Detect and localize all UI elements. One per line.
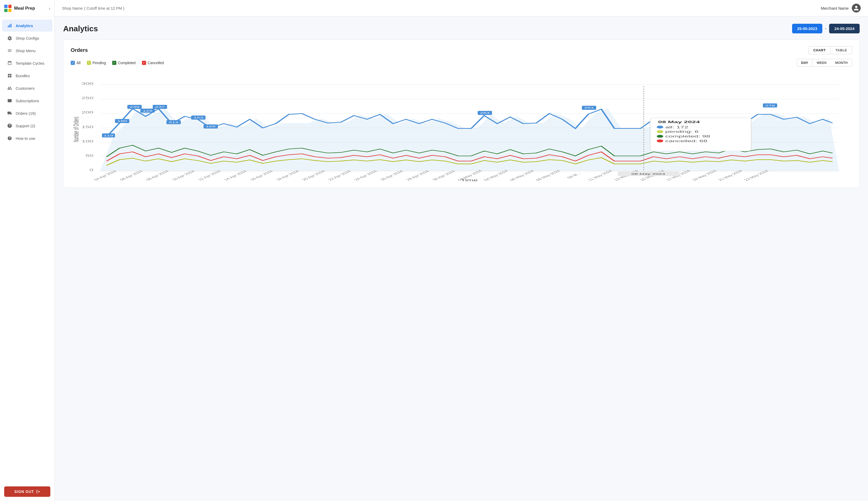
svg-text:06 Apr 2024: 06 Apr 2024 — [118, 170, 144, 181]
week-button[interactable]: WEEK — [813, 59, 831, 66]
date-separator: - — [825, 26, 826, 31]
shop-name-area: Shop Name ( Cutoff time at 12 PM ) — [62, 6, 125, 11]
signout-button[interactable]: SIGN OUT — [4, 487, 50, 497]
sidebar-label-analytics: Analytics — [15, 23, 33, 28]
table-view-button[interactable]: TABLE — [831, 46, 852, 54]
sidebar-label-support: Support (2) — [15, 124, 35, 128]
page-title: Analytics — [63, 24, 98, 33]
svg-text:12 Apr 2024: 12 Apr 2024 — [197, 170, 222, 181]
chart-view-button[interactable]: CHART — [808, 46, 831, 54]
svg-text:214: 214 — [169, 121, 179, 124]
svg-text:10 Apr 2024: 10 Apr 2024 — [171, 170, 196, 181]
logo-area: Meal Prep ‹ — [0, 0, 54, 17]
content-area: Analytics 25-05-2023 - 24-05-2024 Orders… — [55, 17, 868, 501]
sidebar-label-bundles: Bundles — [15, 74, 30, 78]
shop-menu-icon — [7, 48, 12, 53]
sidebar-item-subscriptions[interactable]: Subscriptions — [2, 95, 52, 107]
svg-text:pending:  6: pending: 6 — [665, 130, 699, 134]
sidebar-item-bundles[interactable]: Bundles — [2, 70, 52, 82]
date-start-button[interactable]: 25-05-2023 — [792, 24, 823, 33]
shop-name: Shop Name ( Cutoff time at 12 PM ) — [62, 6, 125, 11]
collapse-button[interactable]: ‹ — [49, 6, 50, 11]
sidebar-item-support[interactable]: Support (2) — [2, 120, 52, 132]
merchant-name: Merchant Name — [821, 6, 849, 10]
svg-rect-0 — [8, 25, 9, 28]
day-button[interactable]: DAY — [797, 59, 813, 66]
sidebar-item-customers[interactable]: Customers — [2, 82, 52, 94]
svg-text:153: 153 — [193, 116, 203, 119]
view-toggle: CHART TABLE — [808, 46, 852, 54]
svg-text:278: 278 — [765, 104, 775, 107]
sidebar-item-template-cycles[interactable]: Template Cycles — [2, 57, 52, 69]
signout-area: SIGN OUT — [0, 482, 54, 501]
svg-text:264: 264 — [480, 111, 490, 114]
svg-text:22 Apr 2024: 22 Apr 2024 — [327, 170, 352, 181]
svg-text:Number of Orders: Number of Orders — [72, 117, 80, 142]
template-cycles-icon — [7, 60, 12, 66]
completed-checkbox: ✓ — [112, 61, 116, 65]
sidebar: Meal Prep ‹ Analytics Shop Configs Shop … — [0, 0, 55, 501]
logo-icon — [4, 5, 11, 12]
sidebar-item-shop-configs[interactable]: Shop Configs — [2, 32, 52, 44]
month-button[interactable]: MONTH — [831, 59, 852, 66]
svg-text:09 M...: 09 M... — [566, 172, 582, 179]
svg-text:239: 239 — [130, 105, 139, 108]
svg-text:Time: Time — [461, 178, 478, 181]
chart-area: 0 50 100 150 200 250 300 Number of Order… — [71, 72, 852, 181]
svg-text:04 Apr 2024: 04 Apr 2024 — [92, 170, 118, 181]
signout-label: SIGN OUT — [14, 490, 34, 494]
orders-chart: 0 50 100 150 200 250 300 Number of Order… — [71, 72, 852, 181]
sidebar-label-shop-configs: Shop Configs — [15, 36, 39, 40]
svg-text:150: 150 — [82, 125, 94, 129]
svg-text:08 May 2024: 08 May 2024 — [631, 172, 665, 175]
date-end-button[interactable]: 24-05-2024 — [829, 24, 860, 33]
cancelled-label: Cancelled — [148, 61, 164, 65]
svg-text:18 Apr 2024: 18 Apr 2024 — [275, 170, 300, 181]
svg-text:16 Apr 2024: 16 Apr 2024 — [248, 170, 274, 181]
sidebar-item-shop-menu[interactable]: Shop Menu — [2, 45, 52, 56]
svg-text:129: 129 — [143, 109, 152, 112]
sidebar-item-orders[interactable]: Orders (19) — [2, 107, 52, 119]
completed-label: Completed — [118, 61, 136, 65]
filter-pending[interactable]: ✓ Pending — [87, 61, 106, 65]
time-toggle: DAY WEEK MONTH — [797, 59, 852, 66]
svg-text:169: 169 — [206, 125, 215, 128]
svg-point-75 — [657, 135, 663, 138]
page-header: Analytics 25-05-2023 - 24-05-2024 — [63, 24, 860, 33]
filter-cancelled[interactable]: ✓ Cancelled — [142, 61, 164, 65]
svg-text:250: 250 — [82, 96, 94, 100]
support-icon — [7, 123, 12, 129]
sidebar-label-subscriptions: Subscriptions — [15, 99, 39, 103]
avatar[interactable] — [852, 4, 861, 12]
sidebar-item-analytics[interactable]: Analytics — [2, 20, 52, 32]
card-header: Orders CHART TABLE — [71, 46, 852, 54]
analytics-icon — [7, 23, 12, 29]
svg-text:237: 237 — [155, 105, 165, 108]
svg-text:completed:  98: completed: 98 — [665, 135, 710, 138]
filter-row: ✓ All ✓ Pending ✓ Completed ✓ Cancelled — [71, 59, 852, 66]
subscriptions-icon — [7, 98, 12, 104]
svg-point-77 — [657, 139, 663, 142]
svg-text:0: 0 — [89, 168, 93, 172]
svg-rect-2 — [11, 24, 11, 28]
svg-point-71 — [657, 126, 663, 129]
bundles-icon — [7, 73, 12, 78]
svg-text:119: 119 — [104, 134, 113, 137]
pending-checkbox: ✓ — [87, 61, 91, 65]
svg-rect-1 — [9, 24, 10, 28]
how-to-use-icon — [7, 135, 12, 141]
sidebar-label-how-to-use: How to use — [15, 136, 35, 141]
filter-all[interactable]: ✓ All — [71, 61, 81, 65]
sidebar-label-template-cycles: Template Cycles — [15, 61, 44, 65]
svg-text:300: 300 — [82, 82, 94, 85]
cancelled-checkbox: ✓ — [142, 61, 146, 65]
pending-label: Pending — [93, 61, 106, 65]
sidebar-label-orders: Orders (19) — [15, 111, 36, 116]
sidebar-label-customers: Customers — [15, 86, 35, 90]
svg-text:30 Apr 2024: 30 Apr 2024 — [431, 170, 456, 181]
svg-text:200: 200 — [82, 110, 94, 114]
sidebar-item-how-to-use[interactable]: How to use — [2, 132, 52, 144]
svg-rect-3 — [8, 99, 12, 102]
filter-completed[interactable]: ✓ Completed — [112, 61, 136, 65]
shop-configs-icon — [7, 35, 12, 41]
